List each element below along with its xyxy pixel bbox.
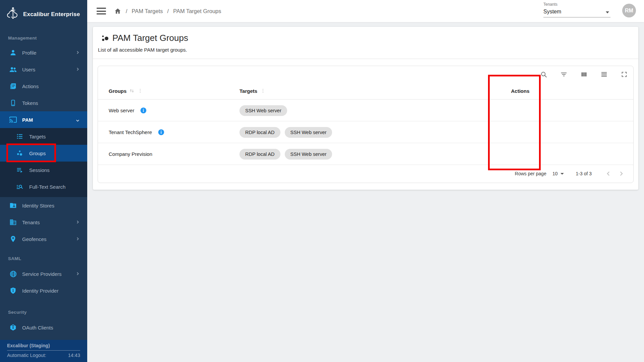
home-icon[interactable]	[114, 7, 121, 15]
folder-shared-icon	[9, 201, 17, 209]
sidebar-item-label: Service Providers	[22, 271, 62, 277]
pam-submenu: Targets Groups Sessions Full-Text Search	[0, 128, 87, 197]
next-page-button[interactable]	[616, 169, 626, 178]
group-name: Tenant TechSphere	[109, 129, 152, 135]
table-toolbar	[539, 69, 629, 80]
sidebar-item-geofences[interactable]: Geofences	[0, 231, 87, 247]
menu-toggle-button[interactable]	[97, 8, 106, 14]
shield-info-icon	[9, 287, 17, 295]
brand-header[interactable]: Excalibur Enterprise	[5, 5, 83, 24]
chevron-right-icon	[75, 67, 80, 71]
sidebar-item-label: Sessions	[29, 167, 50, 173]
rows-per-page-value: 10	[552, 171, 558, 176]
tenant-select-value: System	[543, 9, 610, 15]
sidebar-item-tenants[interactable]: Tenants	[0, 214, 87, 231]
excalibur-cloud-sword-logo-icon	[5, 6, 19, 22]
sidebar-item-label: Geofences	[22, 236, 47, 242]
sidebar-item-label: Targets	[29, 134, 46, 139]
dropdown-caret-icon	[560, 173, 564, 175]
select-underline	[543, 17, 610, 17]
section-label-saml: SAML	[8, 256, 75, 261]
cast-icon	[9, 116, 17, 124]
bubble-chart-title-icon	[101, 34, 109, 43]
fullscreen-icon[interactable]	[620, 70, 629, 79]
sidebar-item-label: Actions	[22, 83, 39, 89]
sidebar-item-label: Users	[22, 67, 35, 72]
tenant-select[interactable]: Tenants System	[543, 2, 610, 17]
pagination-range: 1-3 of 3	[576, 171, 592, 176]
search-icon[interactable]	[539, 70, 548, 79]
sidebar-item-pam-fulltext-search[interactable]: Full-Text Search	[0, 178, 87, 195]
table-row[interactable]: Web server SSH Web server	[98, 100, 633, 121]
column-menu-icon[interactable]	[260, 88, 266, 94]
bubble-chart-icon	[16, 149, 24, 157]
auto-logout-label: Automatic Logout:	[7, 353, 46, 358]
section-label-security: Security	[8, 310, 75, 315]
target-chip[interactable]: RDP local AD	[239, 127, 280, 138]
column-menu-icon[interactable]	[137, 88, 143, 94]
target-chip[interactable]: RDP local AD	[239, 149, 280, 160]
add-location-icon	[9, 235, 17, 243]
tenant-select-label: Tenants	[543, 2, 610, 7]
target-chip[interactable]: SSH Web server	[285, 149, 332, 160]
sidebar-item-label: Full-Text Search	[29, 184, 65, 190]
table-pagination: Rows per page 10 1-3 of 3	[98, 165, 633, 183]
app-root: Excalibur Enterprise Management Profile …	[0, 0, 644, 362]
column-header-actions[interactable]: Actions	[511, 88, 529, 94]
sidebar-item-label: Tenants	[22, 220, 40, 225]
rows-per-page-select[interactable]: 10	[552, 171, 564, 176]
domain-icon	[9, 218, 17, 226]
sidebar-item-label: Profile	[22, 50, 37, 56]
sidebar-item-label: Identity Stores	[22, 203, 54, 208]
footer-divider	[7, 350, 80, 351]
density-icon[interactable]	[600, 70, 608, 79]
group-name: Company Prevision	[109, 151, 152, 157]
people-icon	[9, 65, 17, 73]
sidebar-item-pam-sessions[interactable]: Sessions	[0, 162, 87, 178]
info-icon[interactable]	[158, 129, 165, 136]
breadcrumb-item-pam-target-groups[interactable]: PAM Target Groups	[173, 8, 221, 14]
sidebar-item-profile[interactable]: Profile	[0, 44, 87, 61]
info-icon[interactable]	[140, 107, 147, 114]
sidebar-item-pam[interactable]: PAM	[0, 111, 87, 128]
target-chip[interactable]: SSH Web server	[239, 105, 287, 116]
previous-page-button[interactable]	[604, 169, 613, 178]
sidebar-item-actions[interactable]: Actions	[0, 78, 87, 95]
token-icon	[9, 323, 17, 331]
sidebar-item-service-providers[interactable]: Service Providers	[0, 265, 87, 282]
chevron-down-icon	[75, 118, 80, 123]
brand-name: Excalibur Enterprise	[23, 11, 80, 18]
group-name: Web server	[109, 108, 134, 113]
target-chip[interactable]: SSH Web server	[285, 127, 332, 138]
table-row[interactable]: Company Prevision RDP local AD SSH Web s…	[98, 143, 633, 165]
avatar[interactable]: RM	[622, 4, 636, 17]
sidebar-item-label: Identity Provider	[22, 288, 58, 294]
sidebar-item-label: Tokens	[22, 100, 38, 106]
chevron-right-icon	[75, 220, 80, 224]
groups-table: Groups Targets Actions	[98, 66, 634, 183]
sidebar-item-identity-stores[interactable]: Identity Stores	[0, 197, 87, 214]
sidebar-item-pam-groups[interactable]: Groups	[0, 145, 87, 162]
filter-icon[interactable]	[559, 70, 568, 79]
sidebar-item-label: Groups	[29, 150, 46, 156]
breadcrumb-separator: /	[126, 8, 127, 14]
chevron-right-icon	[75, 50, 80, 55]
column-header-targets[interactable]: Targets	[239, 88, 257, 94]
page-title: PAM Target Groups	[112, 33, 188, 43]
columns-icon[interactable]	[580, 70, 588, 79]
sort-icon[interactable]	[128, 87, 135, 94]
topbar: / PAM Targets / PAM Target Groups Tenant…	[87, 0, 644, 22]
playlist-play-icon	[16, 166, 24, 174]
chevron-right-icon	[75, 272, 80, 276]
sidebar-item-pam-targets[interactable]: Targets	[0, 128, 87, 145]
column-header-groups[interactable]: Groups	[109, 88, 126, 94]
list-icon	[16, 132, 24, 140]
card-divider	[93, 59, 638, 59]
breadcrumb-item-pam-targets[interactable]: PAM Targets	[132, 8, 163, 14]
sidebar-item-identity-provider[interactable]: Identity Provider	[0, 282, 87, 299]
sidebar-item-oauth-clients[interactable]: OAuth Clients	[0, 319, 87, 336]
table-header: Groups Targets Actions	[98, 82, 633, 100]
sidebar-item-tokens[interactable]: Tokens	[0, 95, 87, 111]
table-row[interactable]: Tenant TechSphere RDP local AD SSH Web s…	[98, 121, 633, 143]
sidebar-item-users[interactable]: Users	[0, 61, 87, 78]
